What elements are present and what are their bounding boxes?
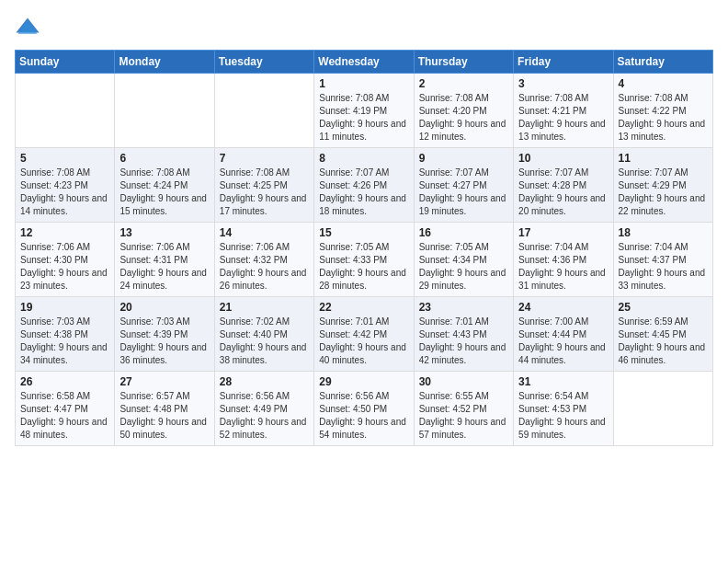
day-number: 12 (20, 226, 109, 239)
day-number: 27 (119, 375, 209, 388)
day-number: 9 (419, 152, 508, 165)
calendar-cell: 19Sunrise: 7:03 AMSunset: 4:38 PMDayligh… (16, 297, 115, 372)
day-info: Sunrise: 6:59 AMSunset: 4:45 PMDaylight:… (619, 316, 708, 367)
day-number: 14 (220, 226, 309, 239)
calendar-cell: 29Sunrise: 6:56 AMSunset: 4:50 PMDayligh… (314, 372, 414, 446)
day-info: Sunrise: 7:08 AMSunset: 4:22 PMDaylight:… (619, 92, 708, 144)
calendar-cell: 11Sunrise: 7:07 AMSunset: 4:29 PMDayligh… (613, 148, 712, 223)
day-info: Sunrise: 7:05 AMSunset: 4:33 PMDaylight:… (319, 241, 408, 293)
calendar-cell: 23Sunrise: 7:01 AMSunset: 4:43 PMDayligh… (414, 297, 513, 372)
day-info: Sunrise: 7:04 AMSunset: 4:36 PMDaylight:… (518, 241, 608, 293)
calendar-table: SundayMondayTuesdayWednesdayThursdayFrid… (15, 50, 713, 446)
calendar-cell: 15Sunrise: 7:05 AMSunset: 4:33 PMDayligh… (314, 223, 414, 297)
day-info: Sunrise: 7:07 AMSunset: 4:27 PMDaylight:… (419, 167, 508, 218)
weekday-header-wednesday: Wednesday (314, 51, 414, 74)
calendar-week-row: 5Sunrise: 7:08 AMSunset: 4:23 PMDaylight… (16, 148, 713, 223)
day-info: Sunrise: 7:08 AMSunset: 4:25 PMDaylight:… (220, 167, 309, 218)
logo-icon (15, 15, 40, 40)
logo (15, 15, 44, 40)
day-info: Sunrise: 7:03 AMSunset: 4:39 PMDaylight:… (119, 316, 209, 367)
calendar-cell: 2Sunrise: 7:08 AMSunset: 4:20 PMDaylight… (414, 74, 513, 148)
day-number: 22 (319, 301, 408, 314)
page-header (15, 15, 713, 40)
calendar-cell: 20Sunrise: 7:03 AMSunset: 4:39 PMDayligh… (115, 297, 214, 372)
day-number: 8 (319, 152, 408, 165)
day-info: Sunrise: 7:03 AMSunset: 4:38 PMDaylight:… (20, 316, 109, 367)
calendar-cell: 1Sunrise: 7:08 AMSunset: 4:19 PMDaylight… (314, 74, 414, 148)
day-number: 24 (518, 301, 608, 314)
day-number: 30 (419, 375, 508, 388)
calendar-cell: 7Sunrise: 7:08 AMSunset: 4:25 PMDaylight… (214, 148, 313, 223)
day-number: 11 (619, 152, 708, 165)
calendar-cell: 14Sunrise: 7:06 AMSunset: 4:32 PMDayligh… (214, 223, 313, 297)
day-info: Sunrise: 7:08 AMSunset: 4:24 PMDaylight:… (119, 167, 209, 218)
day-number: 6 (119, 152, 209, 165)
calendar-cell: 24Sunrise: 7:00 AMSunset: 4:44 PMDayligh… (514, 297, 613, 372)
day-number: 28 (220, 375, 309, 388)
calendar-cell: 16Sunrise: 7:05 AMSunset: 4:34 PMDayligh… (414, 223, 513, 297)
calendar-cell: 3Sunrise: 7:08 AMSunset: 4:21 PMDaylight… (514, 74, 613, 148)
day-info: Sunrise: 6:56 AMSunset: 4:49 PMDaylight:… (220, 390, 309, 442)
day-number: 19 (20, 301, 109, 314)
weekday-header-monday: Monday (115, 51, 214, 74)
day-number: 17 (518, 226, 608, 239)
day-info: Sunrise: 7:07 AMSunset: 4:26 PMDaylight:… (319, 167, 408, 218)
calendar-cell: 4Sunrise: 7:08 AMSunset: 4:22 PMDaylight… (613, 74, 712, 148)
calendar-cell: 8Sunrise: 7:07 AMSunset: 4:26 PMDaylight… (314, 148, 414, 223)
day-number: 16 (419, 226, 508, 239)
day-number: 2 (419, 77, 508, 90)
calendar-cell: 6Sunrise: 7:08 AMSunset: 4:24 PMDaylight… (115, 148, 214, 223)
day-number: 10 (518, 152, 608, 165)
calendar-cell (16, 74, 115, 148)
calendar-cell: 27Sunrise: 6:57 AMSunset: 4:48 PMDayligh… (115, 372, 214, 446)
day-number: 5 (20, 152, 109, 165)
calendar-cell: 26Sunrise: 6:58 AMSunset: 4:47 PMDayligh… (16, 372, 115, 446)
day-info: Sunrise: 7:07 AMSunset: 4:29 PMDaylight:… (619, 167, 708, 218)
day-info: Sunrise: 7:06 AMSunset: 4:30 PMDaylight:… (20, 241, 109, 293)
day-info: Sunrise: 6:57 AMSunset: 4:48 PMDaylight:… (119, 390, 209, 442)
day-info: Sunrise: 7:00 AMSunset: 4:44 PMDaylight:… (518, 316, 608, 367)
day-info: Sunrise: 7:07 AMSunset: 4:28 PMDaylight:… (518, 167, 608, 218)
day-number: 31 (518, 375, 608, 388)
weekday-header-thursday: Thursday (414, 51, 513, 74)
day-info: Sunrise: 7:04 AMSunset: 4:37 PMDaylight:… (619, 241, 708, 293)
calendar-cell: 9Sunrise: 7:07 AMSunset: 4:27 PMDaylight… (414, 148, 513, 223)
day-info: Sunrise: 7:01 AMSunset: 4:42 PMDaylight:… (319, 316, 408, 367)
day-info: Sunrise: 7:08 AMSunset: 4:21 PMDaylight:… (518, 92, 608, 144)
day-info: Sunrise: 7:05 AMSunset: 4:34 PMDaylight:… (419, 241, 508, 293)
calendar-cell (214, 74, 313, 148)
day-info: Sunrise: 6:55 AMSunset: 4:52 PMDaylight:… (419, 390, 508, 442)
calendar-cell: 28Sunrise: 6:56 AMSunset: 4:49 PMDayligh… (214, 372, 313, 446)
day-info: Sunrise: 7:01 AMSunset: 4:43 PMDaylight:… (419, 316, 508, 367)
day-number: 7 (220, 152, 309, 165)
day-info: Sunrise: 6:58 AMSunset: 4:47 PMDaylight:… (20, 390, 109, 442)
day-number: 3 (518, 77, 608, 90)
day-number: 29 (319, 375, 408, 388)
calendar-cell: 13Sunrise: 7:06 AMSunset: 4:31 PMDayligh… (115, 223, 214, 297)
calendar-week-row: 19Sunrise: 7:03 AMSunset: 4:38 PMDayligh… (16, 297, 713, 372)
day-number: 1 (319, 77, 408, 90)
day-number: 15 (319, 226, 408, 239)
day-info: Sunrise: 7:08 AMSunset: 4:20 PMDaylight:… (419, 92, 508, 144)
day-number: 18 (619, 226, 708, 239)
calendar-week-row: 26Sunrise: 6:58 AMSunset: 4:47 PMDayligh… (16, 372, 713, 446)
calendar-header-row: SundayMondayTuesdayWednesdayThursdayFrid… (16, 51, 713, 74)
calendar-week-row: 12Sunrise: 7:06 AMSunset: 4:30 PMDayligh… (16, 223, 713, 297)
day-info: Sunrise: 7:02 AMSunset: 4:40 PMDaylight:… (220, 316, 309, 367)
calendar-cell: 10Sunrise: 7:07 AMSunset: 4:28 PMDayligh… (514, 148, 613, 223)
calendar-cell: 17Sunrise: 7:04 AMSunset: 4:36 PMDayligh… (514, 223, 613, 297)
day-number: 25 (619, 301, 708, 314)
calendar-cell: 12Sunrise: 7:06 AMSunset: 4:30 PMDayligh… (16, 223, 115, 297)
calendar-cell (115, 74, 214, 148)
weekday-header-friday: Friday (514, 51, 613, 74)
day-info: Sunrise: 7:08 AMSunset: 4:23 PMDaylight:… (20, 167, 109, 218)
day-info: Sunrise: 7:06 AMSunset: 4:32 PMDaylight:… (220, 241, 309, 293)
calendar-week-row: 1Sunrise: 7:08 AMSunset: 4:19 PMDaylight… (16, 74, 713, 148)
calendar-cell: 18Sunrise: 7:04 AMSunset: 4:37 PMDayligh… (613, 223, 712, 297)
day-number: 23 (419, 301, 508, 314)
calendar-cell: 22Sunrise: 7:01 AMSunset: 4:42 PMDayligh… (314, 297, 414, 372)
day-info: Sunrise: 7:06 AMSunset: 4:31 PMDaylight:… (119, 241, 209, 293)
day-info: Sunrise: 6:56 AMSunset: 4:50 PMDaylight:… (319, 390, 408, 442)
day-number: 20 (119, 301, 209, 314)
day-number: 26 (20, 375, 109, 388)
